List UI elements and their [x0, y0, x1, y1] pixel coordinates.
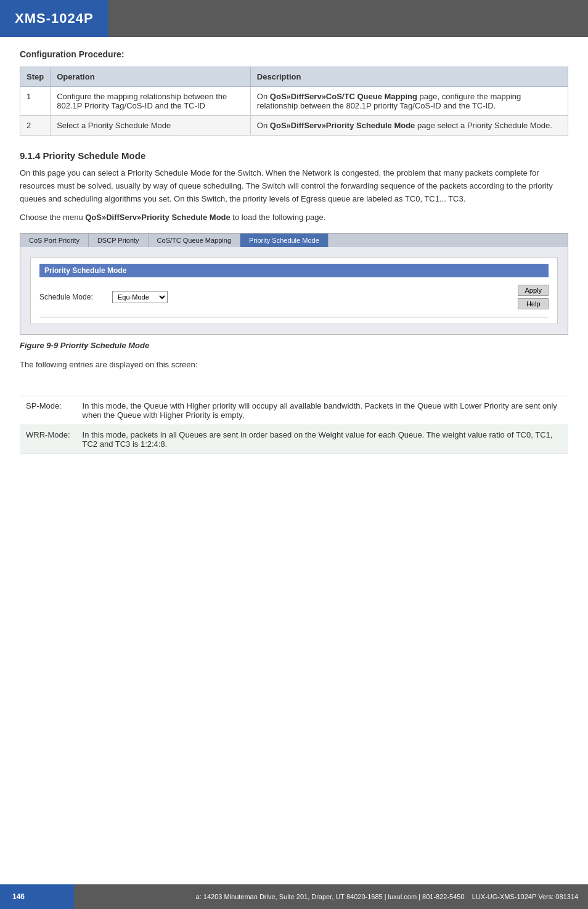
tab-cos-tc-queue-mapping[interactable]: CoS/TC Queue Mapping: [149, 234, 240, 247]
ui-screenshot-box: CoS Port Priority DSCP Priority CoS/TC Q…: [20, 233, 568, 335]
entries-text: The following entries are displayed on t…: [20, 359, 568, 372]
menu-path-text: Choose the menu QoS»DiffServ»Priority Sc…: [20, 211, 568, 224]
sp-mode-description: In this mode, the Queue with Higher prio…: [76, 396, 568, 425]
help-button[interactable]: Help: [518, 298, 549, 309]
tab-dscp-priority[interactable]: DSCP Priority: [89, 234, 149, 247]
table-row: WRR-Mode: In this mode, packets in all Q…: [20, 425, 568, 454]
section-body: On this page you can select a Priority S…: [20, 167, 568, 205]
table-row: 2 Select a Priority Schedule Mode On QoS…: [20, 116, 568, 136]
step-1-description: On QoS»DiffServ»CoS/TC Queue Mapping pag…: [250, 87, 568, 116]
step-2-desc-bold: QoS»DiffServ»Priority Schedule Mode: [270, 121, 415, 130]
figure-caption: Figure 9-9 Priority Schedule Mode: [20, 341, 568, 350]
col-step: Step: [20, 67, 51, 87]
table-row: 1 Configure the mapping relationship bet…: [20, 87, 568, 116]
sp-mode-label: SP-Mode:: [20, 396, 76, 425]
step-2-operation: Select a Priority Schedule Mode: [51, 116, 251, 136]
tab-cos-port-priority[interactable]: CoS Port Priority: [20, 234, 89, 247]
table-row: SP-Mode: In this mode, the Queue with Hi…: [20, 396, 568, 425]
schedule-mode-label: Schedule Mode:: [39, 293, 107, 301]
menu-path-suffix: to load the following page.: [231, 213, 326, 222]
main-content: Configuration Procedure: Step Operation …: [0, 49, 588, 467]
footer-address: a: 14203 Minuteman Drive, Suite 201, Dra…: [196, 893, 578, 900]
step-1-number: 1: [20, 87, 51, 116]
psm-config-table: Priority Schedule Mode Config SP-Mode: I…: [20, 378, 568, 454]
product-title-box: XMS-1024P: [0, 0, 108, 37]
wrr-mode-description: In this mode, packets in all Queues are …: [76, 425, 568, 454]
step-2-description: On QoS»DiffServ»Priority Schedule Mode p…: [250, 116, 568, 136]
step-1-operation: Configure the mapping relationship betwe…: [51, 87, 251, 116]
menu-path-prefix: Choose the menu: [20, 213, 85, 222]
step-2-desc-plain: On: [257, 121, 270, 130]
config-table: Step Operation Description 1 Configure t…: [20, 67, 568, 136]
menu-path-bold: QoS»DiffServ»Priority Schedule Mode: [85, 213, 231, 222]
product-title: XMS-1024P: [15, 10, 94, 26]
col-operation: Operation: [51, 67, 251, 87]
step-1-desc-bold: QoS»DiffServ»CoS/TC Queue Mapping: [270, 92, 417, 101]
ui-inner-panel: Priority Schedule Mode Schedule Mode: Eq…: [30, 257, 558, 324]
schedule-mode-row: Schedule Mode: Equ-Mode Apply Help: [39, 285, 549, 309]
page-header: XMS-1024P: [0, 0, 588, 37]
step-2-desc-suffix: page select a Priority Schedule Mode.: [415, 121, 552, 130]
subsection-title: 9.1.4 Priority Schedule Mode: [20, 150, 568, 161]
ui-tabs: CoS Port Priority DSCP Priority CoS/TC Q…: [20, 234, 568, 247]
col-description: Description: [250, 67, 568, 87]
page-footer: 146 a: 14203 Minuteman Drive, Suite 201,…: [0, 884, 588, 909]
apply-button[interactable]: Apply: [518, 285, 549, 296]
step-1-desc-plain: On: [257, 92, 270, 101]
page-number: 146: [0, 884, 74, 909]
config-procedure-title: Configuration Procedure:: [20, 49, 568, 59]
tab-priority-schedule-mode[interactable]: Priority Schedule Mode: [240, 234, 329, 247]
ui-inner-title: Priority Schedule Mode: [39, 264, 549, 277]
step-2-number: 2: [20, 116, 51, 136]
psm-table-header: Priority Schedule Mode Config: [20, 378, 568, 396]
ui-action-buttons: Apply Help: [518, 285, 549, 309]
wrr-mode-label: WRR-Mode:: [20, 425, 76, 454]
schedule-mode-select[interactable]: Equ-Mode: [112, 291, 168, 303]
footer-info: a: 14203 Minuteman Drive, Suite 201, Dra…: [74, 884, 588, 909]
ui-divider: [39, 317, 549, 317]
header-bar: [108, 0, 588, 37]
